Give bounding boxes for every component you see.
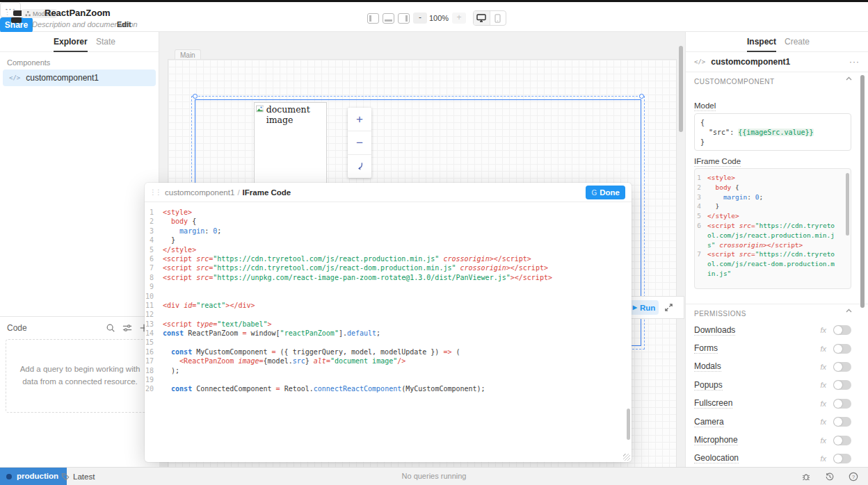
pan-zoom-controls: + − (348, 108, 371, 178)
model-label: Model (694, 101, 716, 111)
drag-handle-icon[interactable]: ⋮⋮ (145, 190, 165, 195)
image-zoom-in-button[interactable]: + (348, 108, 371, 131)
code-line: 16 const MyCustomComponent = ({ triggerQ… (145, 347, 626, 356)
done-label: Done (600, 188, 620, 197)
fx-icon[interactable]: fx (820, 400, 826, 408)
toggle-knob (834, 400, 842, 408)
canvas-scrollbar[interactable] (679, 46, 683, 132)
broken-image-icon (256, 104, 265, 114)
permission-toggle[interactable] (833, 417, 851, 427)
preview-scrollbar[interactable] (846, 173, 849, 236)
iframe-code-preview[interactable]: 1<style>2 body {3 margin: 0;4 }5</style>… (694, 168, 851, 289)
code-line: 17 <ReactPanZoom image={model.src} alt="… (145, 356, 626, 365)
line-number: 8 (145, 273, 163, 282)
code-line: 1<style> (145, 208, 626, 217)
code-line: 3 margin: 0; (695, 192, 851, 202)
toggle-bottom-panel-button[interactable] (383, 13, 394, 24)
permission-toggle[interactable] (833, 399, 851, 409)
modal-scrollbar[interactable] (627, 409, 630, 440)
breadcrumb-component[interactable]: customcomponent1 (165, 188, 234, 197)
component-menu-button[interactable]: ··· (849, 57, 860, 67)
inspected-component-row[interactable]: </> customcomponent1 ··· (686, 52, 868, 72)
permission-toggle[interactable] (833, 380, 851, 390)
iframe-code-modal: ⋮⋮ customcomponent1/IFrame Code G Done 1… (145, 183, 632, 462)
permission-toggle[interactable] (833, 362, 851, 372)
broken-image-alt: document image (255, 103, 326, 126)
search-icon[interactable] (106, 323, 115, 333)
code-editor[interactable]: 1<style>2 body {3 margin: 0;4 }5</style>… (145, 203, 626, 457)
permission-toggle[interactable] (833, 344, 851, 354)
toggle-left-panel-button[interactable] (367, 13, 379, 24)
model-editor[interactable]: { "src": {{imageSrc.value}}} (694, 113, 851, 151)
image-rotate-button[interactable] (348, 155, 371, 178)
fx-icon[interactable]: fx (820, 381, 826, 389)
module-icon (25, 11, 31, 17)
permission-row: Formsfx (686, 339, 860, 357)
permission-label: Forms (694, 343, 718, 354)
zoom-in-button[interactable]: + (452, 13, 466, 24)
code-line: 3 margin: 0; (145, 227, 626, 236)
iframe-code-label: IFrame Code (694, 157, 741, 167)
done-button[interactable]: G Done (586, 186, 625, 199)
toggle-knob (834, 436, 842, 445)
fx-icon[interactable]: fx (820, 326, 826, 334)
zoom-out-button[interactable]: - (413, 13, 427, 24)
right-panel-scrollbar[interactable] (860, 75, 865, 308)
expand-icon (664, 303, 673, 312)
fx-icon[interactable]: fx (820, 363, 826, 371)
code-line: 6<script src="https://cdn.tryretool.com/… (145, 254, 626, 263)
inspected-component-name: customcomponent1 (711, 57, 790, 67)
permission-toggle[interactable] (833, 436, 851, 445)
left-panel-icon (369, 15, 371, 22)
header: ⋮⋮ Module ReactPanZoom Description and d… (0, 2, 868, 32)
collapse-section-button[interactable] (846, 309, 852, 313)
query-run-panel: ▶ Run (623, 296, 684, 319)
resize-handle[interactable] (193, 94, 198, 99)
edit-description-button[interactable]: Edit (117, 20, 131, 28)
play-icon: ▶ (633, 304, 637, 311)
toggle-knob (834, 345, 842, 353)
section-customcomponent: CUSTOMCOMPONENT (694, 78, 775, 85)
sidebar-item-customcomponent1[interactable]: </> customcomponent1 (3, 69, 156, 86)
mobile-toggle-button[interactable] (490, 11, 506, 25)
resize-handle[interactable] (639, 94, 644, 99)
code-line: { (700, 118, 845, 128)
line-number: 4 (145, 236, 163, 245)
tab-state[interactable]: State (96, 32, 115, 52)
zoom-level[interactable]: 100% (429, 14, 449, 22)
fx-icon[interactable]: fx (820, 418, 826, 426)
tab-create[interactable]: Create (785, 32, 810, 52)
permission-toggle[interactable] (833, 454, 851, 463)
fx-icon[interactable]: fx (820, 345, 826, 353)
permission-toggle[interactable] (833, 325, 851, 335)
fx-icon[interactable]: fx (820, 436, 826, 445)
image-zoom-out-button[interactable]: − (348, 131, 371, 155)
permission-row: Popupsfx (686, 376, 860, 394)
toggle-knob (834, 381, 842, 389)
tab-inspect[interactable]: Inspect (747, 32, 776, 52)
line-number: 11 (145, 301, 163, 310)
permission-label: Popups (694, 380, 723, 391)
toggle-right-panel-button[interactable] (398, 13, 410, 24)
desktop-toggle-button[interactable] (474, 11, 490, 25)
line-number: 7 (145, 263, 163, 272)
help-icon[interactable]: ? (849, 472, 858, 482)
rotate-icon (355, 161, 365, 172)
debug-icon[interactable] (801, 472, 811, 482)
toggle-knob (834, 418, 842, 426)
line-number: 9 (145, 282, 163, 291)
code-panel: Code Add a query to begin working with d… (0, 316, 159, 467)
toggle-knob (834, 454, 842, 463)
collapse-section-button[interactable] (846, 76, 852, 81)
expand-editor-button[interactable] (664, 303, 673, 312)
tab-explorer[interactable]: Explorer (54, 32, 88, 52)
filter-icon[interactable] (122, 323, 132, 333)
run-button[interactable]: ▶ Run (629, 300, 659, 315)
line-number: 19 (145, 375, 163, 384)
permission-row: Modalsfx (686, 358, 860, 376)
permission-label: Modals (694, 361, 721, 372)
modal-resize-handle[interactable] (623, 454, 630, 461)
fx-icon[interactable]: fx (820, 454, 826, 463)
modal-header: ⋮⋮ customcomponent1/IFrame Code G Done (145, 183, 632, 202)
history-icon[interactable] (825, 472, 835, 482)
